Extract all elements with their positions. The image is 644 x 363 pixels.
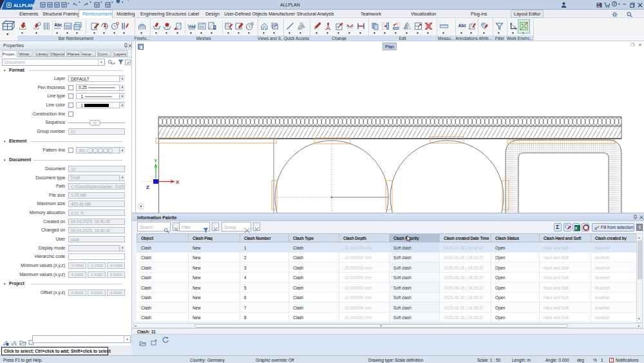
svg-text:Z: Z (146, 184, 149, 190)
svg-text:Abc: Abc (54, 23, 62, 27)
svg-text:Y: Y (154, 158, 158, 164)
svg-text:X: X (176, 179, 180, 185)
svg-text:Abc: Abc (459, 23, 467, 28)
svg-text:Abc: Abc (189, 25, 196, 28)
